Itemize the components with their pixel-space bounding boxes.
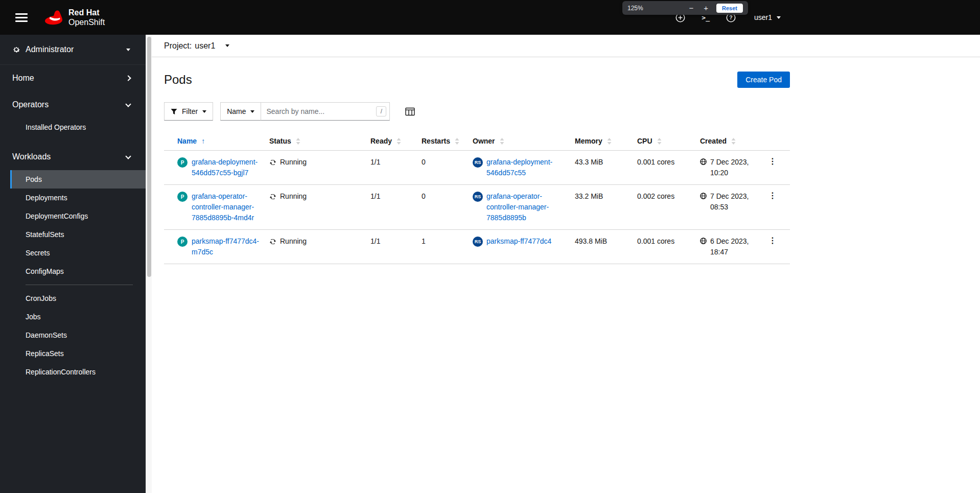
column-header-owner[interactable]: Owner [473, 137, 575, 145]
project-bar: Project: user1 [152, 35, 980, 57]
zoom-widget: 125% − + Reset [622, 1, 748, 15]
ready-value: 1/1 [370, 237, 380, 245]
column-header-ready[interactable]: Ready [370, 137, 422, 145]
ready-value: 1/1 [370, 158, 380, 166]
zoom-out-button[interactable]: − [687, 4, 696, 12]
chevron-down-icon [202, 110, 206, 113]
chevron-down-icon [777, 16, 781, 19]
owner-link[interactable]: grafana-operator-controller-manager-7885… [486, 191, 569, 223]
redhat-fedora-icon [44, 10, 64, 26]
memory-value: 493.8 MiB [575, 237, 607, 245]
kebab-menu-button[interactable]: ⋮ [765, 236, 780, 245]
brand-name: Red Hat [68, 8, 105, 17]
sidebar-item-pods[interactable]: Pods [10, 170, 146, 189]
masthead: Red Hat OpenShift >_ ? user1 [0, 0, 980, 35]
column-header-status[interactable]: Status [269, 137, 370, 145]
sort-icon [731, 138, 736, 145]
filter-dropdown[interactable]: Filter [164, 102, 213, 121]
perspective-switcher[interactable]: Administrator [0, 35, 146, 65]
sort-icon [607, 138, 612, 145]
username: user1 [754, 13, 772, 21]
project-selector[interactable]: Project: user1 [164, 41, 229, 51]
sidebar-item-replicasets[interactable]: ReplicaSets [0, 344, 146, 363]
owner-link[interactable]: grafana-deployment-546dd57c55 [486, 157, 569, 178]
scrollbar-track[interactable] [146, 35, 152, 493]
zoom-in-button[interactable]: + [702, 4, 710, 12]
keyboard-shortcut-hint: / [376, 106, 386, 116]
running-sync-icon [269, 238, 276, 245]
sidebar-item-installed-operators[interactable]: Installed Operators [0, 118, 146, 136]
sidebar-item-daemonsets[interactable]: DaemonSets [0, 326, 146, 344]
nav-divider [26, 285, 133, 285]
pod-badge: P [177, 237, 188, 247]
column-header-restarts[interactable]: Restarts [422, 137, 473, 145]
svg-text:?: ? [729, 14, 732, 20]
create-pod-button[interactable]: Create Pod [737, 72, 790, 88]
sidebar-item-cronjobs[interactable]: CronJobs [0, 289, 146, 308]
sidebar-item-secrets[interactable]: Secrets [0, 244, 146, 262]
replicaset-badge: RS [473, 157, 483, 168]
brand-product: OpenShift [68, 17, 105, 27]
sidebar-item-operators[interactable]: Operators [0, 91, 146, 118]
operators-subnav: Installed Operators [0, 118, 146, 144]
filter-funnel-icon [171, 108, 177, 115]
table-row: P grafana-operator-controller-manager-78… [164, 185, 790, 230]
chevron-down-icon [225, 44, 229, 47]
pod-name-link[interactable]: grafana-operator-controller-manager-7885… [192, 191, 263, 223]
sidebar-item-replicationcontrollers[interactable]: ReplicationControllers [0, 363, 146, 381]
chevron-down-icon [250, 110, 254, 113]
cpu-value: 0.001 cores [637, 237, 674, 245]
sidebar-item-home[interactable]: Home [0, 65, 146, 91]
pod-name-link[interactable]: parksmap-ff7477dc4-m7d5c [192, 236, 263, 257]
sort-ascending-icon: ↑ [201, 137, 205, 145]
cpu-value: 0.001 cores [637, 158, 674, 166]
chevron-down-icon [125, 101, 131, 107]
workloads-subnav: Pods Deployments DeploymentConfigs State… [0, 170, 146, 388]
pods-table: Name ↑ Status Ready Restarts Owner [164, 133, 790, 264]
chevron-down-icon [125, 153, 131, 159]
columns-icon [405, 107, 415, 116]
column-header-cpu[interactable]: CPU [637, 137, 700, 145]
search-attribute-dropdown[interactable]: Name [220, 102, 261, 121]
table-row: P grafana-deployment-546dd57c55-bgjl7 Ru… [164, 151, 790, 185]
zoom-level: 125% [627, 5, 643, 12]
replicaset-badge: RS [473, 192, 483, 202]
owner-link[interactable]: parksmap-ff7477dc4 [486, 236, 551, 247]
kebab-menu-button[interactable]: ⋮ [765, 157, 780, 166]
page-title: Pods [164, 73, 192, 87]
user-menu[interactable]: user1 [754, 13, 781, 21]
zoom-reset-button[interactable]: Reset [716, 4, 743, 13]
hamburger-menu-button[interactable] [12, 8, 31, 27]
scrollbar-thumb[interactable] [147, 37, 151, 277]
search-input[interactable] [261, 102, 390, 121]
sidebar-item-deployments[interactable]: Deployments [0, 189, 146, 207]
column-header-created[interactable]: Created [700, 137, 761, 145]
running-sync-icon [269, 193, 276, 200]
sort-icon [500, 138, 504, 145]
restarts-value: 0 [422, 158, 426, 166]
pod-name-link[interactable]: grafana-deployment-546dd57c55-bgjl7 [192, 157, 263, 178]
brand-logo[interactable]: Red Hat OpenShift [44, 8, 105, 27]
sidebar-item-deploymentconfigs[interactable]: DeploymentConfigs [0, 207, 146, 225]
restarts-value: 0 [422, 192, 426, 200]
perspective-label: Administrator [26, 45, 74, 54]
sort-icon [455, 138, 459, 145]
sidebar-item-workloads[interactable]: Workloads [0, 144, 146, 170]
sidebar-item-jobs[interactable]: Jobs [0, 308, 146, 326]
globe-icon [700, 238, 707, 244]
gear-icon [12, 45, 20, 54]
column-header-name[interactable]: Name ↑ [164, 137, 269, 145]
pod-badge: P [177, 157, 188, 168]
column-header-actions [761, 137, 790, 145]
created-timestamp: 7 Dec 2023, 10:20 [710, 157, 755, 178]
kebab-menu-button[interactable]: ⋮ [765, 191, 780, 200]
table-row: P parksmap-ff7477dc4-m7d5c Running 1/1 1… [164, 230, 790, 264]
sidebar-item-statefulsets[interactable]: StatefulSets [0, 225, 146, 244]
manage-columns-button[interactable] [403, 105, 417, 118]
column-header-memory[interactable]: Memory [575, 137, 637, 145]
running-sync-icon [269, 159, 276, 166]
filter-toolbar: Filter Name / [164, 102, 790, 121]
chevron-right-icon [125, 75, 131, 81]
project-value: user1 [195, 41, 215, 51]
sidebar-item-configmaps[interactable]: ConfigMaps [0, 262, 146, 280]
